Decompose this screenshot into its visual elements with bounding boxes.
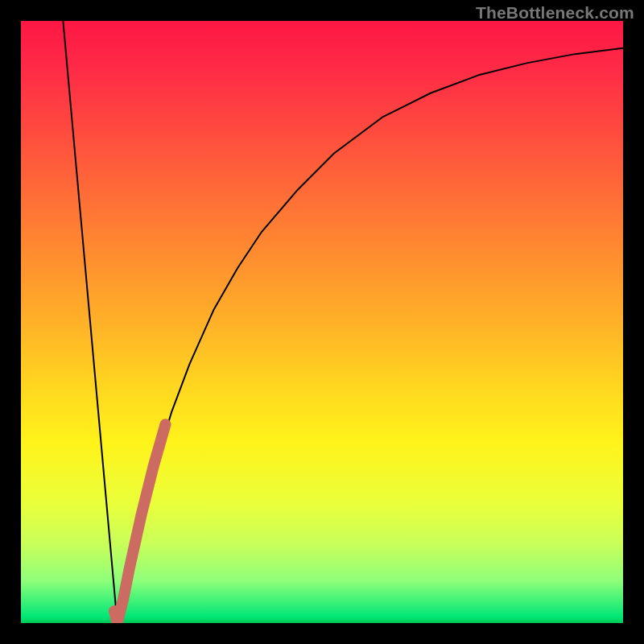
- plot-area: [21, 21, 623, 623]
- watermark-text: TheBottleneck.com: [476, 3, 634, 23]
- series-red-highlight: [114, 424, 166, 623]
- series-black-right-curve: [118, 48, 623, 623]
- curves-svg: [21, 21, 623, 623]
- chart-stage: TheBottleneck.com: [0, 0, 644, 644]
- series-black-left-leg: [63, 21, 117, 623]
